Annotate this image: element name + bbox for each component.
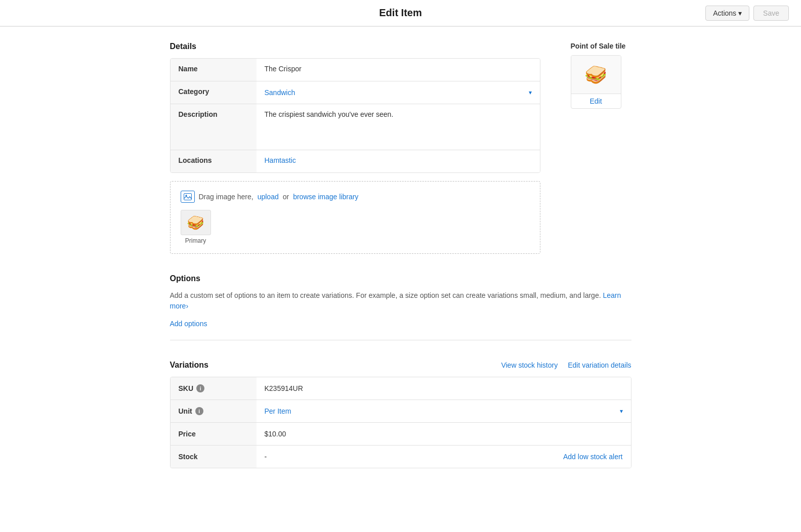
upload-image-icon xyxy=(184,193,192,200)
details-section: Details Name The Crispor Category Sandwi… xyxy=(170,42,540,254)
name-value[interactable]: The Crispor xyxy=(257,59,540,81)
stock-row: Stock - Add low stock alert xyxy=(171,446,631,468)
variations-table: SKU i K235914UR Unit i Per Item ▾ Price xyxy=(170,377,631,468)
main-content: Details Name The Crispor Category Sandwi… xyxy=(158,27,644,483)
or-text: or xyxy=(283,193,289,201)
name-row: Name The Crispor xyxy=(171,59,540,81)
page-header: Edit Item Actions ▾ Save xyxy=(0,0,801,26)
options-desc-text: Add a custom set of options to an item t… xyxy=(170,291,603,299)
browse-library-link[interactable]: browse image library xyxy=(293,193,358,201)
category-value: Sandwich xyxy=(265,88,296,97)
pos-tile-label: Point of Sale tile xyxy=(571,42,631,50)
page-title: Edit Item xyxy=(379,7,421,19)
actions-label: Actions xyxy=(713,9,736,17)
description-row: Description The crispiest sandwich you'v… xyxy=(171,104,540,150)
stock-label: Stock xyxy=(171,446,257,468)
sku-info-icon: i xyxy=(196,384,204,392)
price-row: Price $10.00 xyxy=(171,423,631,446)
unit-info-icon: i xyxy=(195,407,203,415)
unit-select[interactable]: Per Item ▾ xyxy=(257,400,631,422)
stock-value: - xyxy=(265,453,267,461)
primary-image-label: Primary xyxy=(185,237,206,244)
add-options-link[interactable]: Add options xyxy=(170,320,207,328)
stock-row-inner: - Add low stock alert xyxy=(265,453,623,461)
sku-row: SKU i K235914UR xyxy=(171,377,631,400)
unit-label: Unit i xyxy=(171,400,257,422)
details-title: Details xyxy=(170,42,540,51)
locations-row: Locations Hamtastic xyxy=(171,150,540,172)
options-title: Options xyxy=(170,274,631,283)
unit-row: Unit i Per Item ▾ xyxy=(171,400,631,423)
variations-header: Variations View stock history Edit varia… xyxy=(170,361,631,370)
category-chevron-icon: ▾ xyxy=(529,89,532,96)
save-button[interactable]: Save xyxy=(753,6,789,21)
variations-section: Variations View stock history Edit varia… xyxy=(170,361,631,468)
options-section: Options Add a custom set of options to a… xyxy=(170,274,631,340)
actions-button[interactable]: Actions ▾ xyxy=(705,6,749,21)
name-label: Name xyxy=(171,59,257,81)
pos-tile-box: 🥪 Edit xyxy=(571,55,621,109)
svg-rect-0 xyxy=(184,194,191,200)
add-low-stock-alert-link[interactable]: Add low stock alert xyxy=(563,453,623,461)
upload-icon-box xyxy=(181,191,195,203)
sku-value[interactable]: K235914UR xyxy=(257,377,631,400)
description-value[interactable]: The crispiest sandwich you've ever seen. xyxy=(257,104,540,150)
upload-link[interactable]: upload xyxy=(258,193,279,201)
pos-tile-edit-button[interactable]: Edit xyxy=(571,94,621,108)
locations-link[interactable]: Hamtastic xyxy=(265,156,296,164)
primary-image-container: 🥪 Primary xyxy=(181,210,211,244)
pos-tile-section: Point of Sale tile 🥪 Edit xyxy=(571,42,631,109)
locations-label: Locations xyxy=(171,150,257,172)
details-form-table: Name The Crispor Category Sandwich ▾ Des… xyxy=(170,58,540,173)
primary-image-thumb[interactable]: 🥪 xyxy=(181,210,211,235)
unit-chevron-icon: ▾ xyxy=(620,408,623,415)
details-section-row: Details Name The Crispor Category Sandwi… xyxy=(170,42,631,254)
sandwich-image-placeholder: 🥪 xyxy=(187,214,204,231)
category-row: Category Sandwich ▾ xyxy=(171,81,540,104)
view-stock-history-link[interactable]: View stock history xyxy=(501,361,558,369)
options-divider xyxy=(170,340,631,340)
pos-tile-sandwich-icon: 🥪 xyxy=(584,64,607,85)
options-description: Add a custom set of options to an item t… xyxy=(170,290,631,312)
image-upload-hint: Drag image here, upload or browse image … xyxy=(181,191,530,203)
pos-tile-image: 🥪 xyxy=(571,56,621,94)
unit-value: Per Item xyxy=(265,407,291,415)
edit-variation-details-link[interactable]: Edit variation details xyxy=(568,361,631,369)
stock-value-cell: - Add low stock alert xyxy=(257,446,631,468)
price-value[interactable]: $10.00 xyxy=(257,423,631,445)
price-label: Price xyxy=(171,423,257,445)
category-label: Category xyxy=(171,81,257,104)
chevron-down-icon: ▾ xyxy=(738,9,742,17)
variations-links: View stock history Edit variation detail… xyxy=(501,361,631,369)
locations-value: Hamtastic xyxy=(257,150,540,172)
variations-title: Variations xyxy=(170,361,501,370)
header-action-buttons: Actions ▾ Save xyxy=(705,6,789,21)
category-select[interactable]: Sandwich ▾ xyxy=(257,81,540,104)
image-upload-area: Drag image here, upload or browse image … xyxy=(170,181,540,254)
sku-label: SKU i xyxy=(171,377,257,400)
drag-hint-text: Drag image here, xyxy=(199,193,254,201)
description-label: Description xyxy=(171,104,257,150)
